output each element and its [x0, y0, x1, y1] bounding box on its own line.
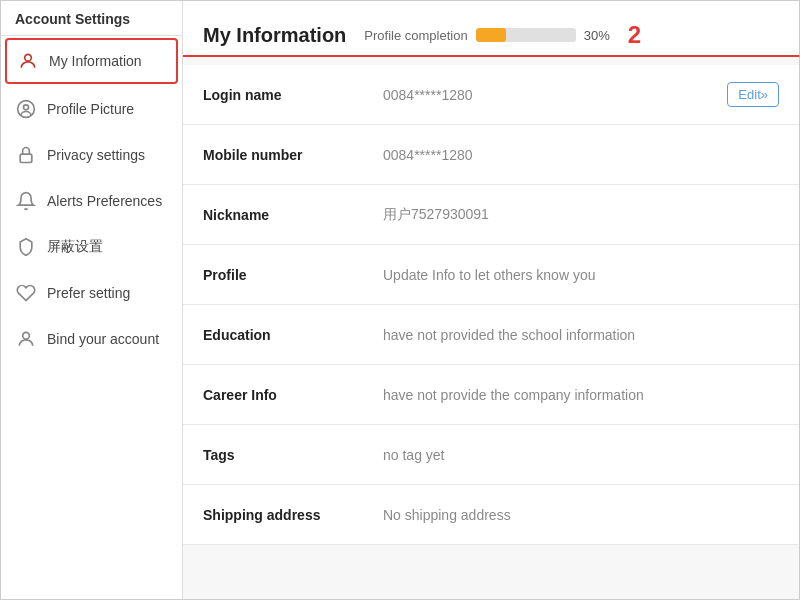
sidebar-item-shield-settings-label: 屏蔽设置 [47, 238, 103, 256]
field-label-nickname: Nickname [203, 207, 383, 223]
field-label-career-info: Career Info [203, 387, 383, 403]
person-icon [17, 50, 39, 72]
field-value-education: have not provided the school information [383, 327, 779, 343]
svg-point-0 [25, 54, 32, 61]
table-row: Profile Update Info to let others know y… [183, 245, 799, 305]
edit-login-name-button[interactable]: Edit» [727, 82, 779, 107]
sidebar: Account Settings My Information Profile … [1, 1, 183, 599]
heart-icon [15, 282, 37, 304]
info-table: Login name 0084*****1280 Edit» Mobile nu… [183, 57, 799, 599]
sidebar-item-my-information-label: My Information [49, 53, 142, 69]
table-row: Education have not provided the school i… [183, 305, 799, 365]
bell-icon [15, 190, 37, 212]
sidebar-item-privacy-settings-label: Privacy settings [47, 147, 145, 163]
field-value-login-name: 0084*****1280 [383, 87, 727, 103]
field-value-profile: Update Info to let others know you [383, 267, 779, 283]
svg-point-2 [24, 105, 29, 110]
table-row: Mobile number 0084*****1280 [183, 125, 799, 185]
field-label-education: Education [203, 327, 383, 343]
sidebar-item-prefer-setting[interactable]: Prefer setting [1, 270, 182, 316]
table-row: Nickname 用户7527930091 [183, 185, 799, 245]
sidebar-item-privacy-settings[interactable]: Privacy settings [1, 132, 182, 178]
field-label-mobile-number: Mobile number [203, 147, 383, 163]
field-value-tags: no tag yet [383, 447, 779, 463]
lock-icon [15, 144, 37, 166]
sidebar-item-bind-account[interactable]: Bind your account [1, 316, 182, 362]
app-container: Account Settings My Information Profile … [0, 0, 800, 600]
sidebar-item-alerts-preferences-label: Alerts Preferences [47, 193, 162, 209]
profile-completion: Profile completion 30% [364, 28, 609, 43]
annotation-2: 2 [628, 21, 641, 49]
progress-bar-background [476, 28, 576, 42]
progress-text: 30% [584, 28, 610, 43]
sidebar-item-my-information[interactable]: My Information [5, 38, 178, 84]
image-icon [15, 98, 37, 120]
table-row: Tags no tag yet [183, 425, 799, 485]
field-value-career-info: have not provide the company information [383, 387, 779, 403]
table-row: Career Info have not provide the company… [183, 365, 799, 425]
sidebar-item-bind-account-label: Bind your account [47, 331, 159, 347]
field-label-tags: Tags [203, 447, 383, 463]
profile-completion-label: Profile completion [364, 28, 467, 43]
progress-bar-fill [476, 28, 506, 42]
sidebar-item-prefer-setting-label: Prefer setting [47, 285, 130, 301]
field-value-mobile-number: 0084*****1280 [383, 147, 779, 163]
field-value-shipping-address: No shipping address [383, 507, 779, 523]
main-content: My Information Profile completion 30% 2 … [183, 1, 799, 599]
field-label-login-name: Login name [203, 87, 383, 103]
main-header: My Information Profile completion 30% 2 [183, 1, 799, 57]
field-label-profile: Profile [203, 267, 383, 283]
sidebar-item-alerts-preferences[interactable]: Alerts Preferences [1, 178, 182, 224]
sidebar-item-profile-picture-label: Profile Picture [47, 101, 134, 117]
page-title: My Information [203, 24, 346, 47]
link-icon [15, 328, 37, 350]
sidebar-item-shield-settings[interactable]: 屏蔽设置 [1, 224, 182, 270]
table-row: Login name 0084*****1280 Edit» [183, 65, 799, 125]
shield-icon [15, 236, 37, 258]
sidebar-item-profile-picture[interactable]: Profile Picture [1, 86, 182, 132]
table-row: Shipping address No shipping address [183, 485, 799, 545]
svg-rect-3 [20, 154, 32, 162]
field-label-shipping-address: Shipping address [203, 507, 383, 523]
svg-point-4 [23, 332, 30, 339]
field-value-nickname: 用户7527930091 [383, 206, 779, 224]
sidebar-header: Account Settings [1, 1, 182, 36]
